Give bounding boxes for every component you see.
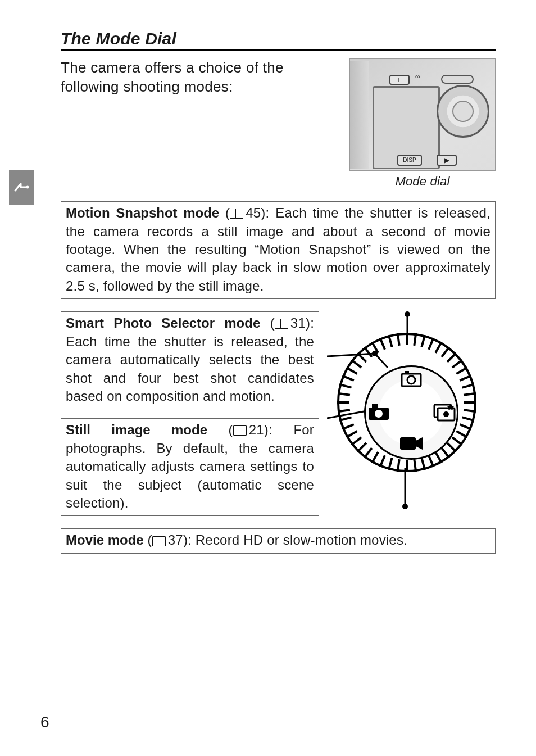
intro-text: The camera offers a choice of the follow… <box>61 58 339 97</box>
still-image-icon <box>367 403 390 422</box>
movie-mode-box: Movie mode (37): Record HD or slow-motio… <box>61 528 496 554</box>
section-title: The Mode Dial <box>61 29 496 51</box>
svg-rect-9 <box>372 404 378 408</box>
disp-button-icon: DISP <box>397 155 422 166</box>
still-page: 21 <box>249 421 264 439</box>
movie-page: 37 <box>168 531 183 549</box>
book-icon <box>233 425 247 434</box>
camera-top-thumbnail: F ∞ DISP ▶ <box>349 58 496 171</box>
side-tab-icon <box>9 170 34 205</box>
smart-photo-box: Smart Photo Selector mode (31): Each tim… <box>61 311 319 409</box>
movie-open: ( <box>148 533 152 548</box>
svg-point-0 <box>26 186 29 189</box>
book-icon <box>152 536 166 545</box>
movie-mode-icon <box>398 434 424 454</box>
f-button-icon: F <box>389 75 410 85</box>
smart-head: Smart Photo Selector mode <box>66 315 260 331</box>
movie-body: ): Record HD or slow-motion movies. <box>183 533 407 548</box>
smart-open: ( <box>270 315 275 331</box>
svg-point-6 <box>443 411 449 417</box>
dial-inner <box>364 365 458 460</box>
mode-dial-cap <box>452 101 474 122</box>
mode-dial-figure <box>327 311 496 514</box>
smart-page: 31 <box>290 314 306 332</box>
page-number: 6 <box>40 713 49 731</box>
motion-snapshot-icon <box>400 370 423 390</box>
motion-snapshot-box: Motion Snapshot mode (45): Each time the… <box>61 201 496 299</box>
book-icon <box>230 209 243 218</box>
movie-head: Movie mode <box>66 533 144 548</box>
book-icon <box>275 319 288 328</box>
still-image-box: Still image mode (21): For photographs. … <box>61 418 319 516</box>
still-head: Still image mode <box>66 422 207 437</box>
svg-rect-2 <box>405 371 409 374</box>
motion-page: 45 <box>246 204 261 222</box>
link-icon: ∞ <box>415 73 420 80</box>
play-button-icon: ▶ <box>437 155 457 166</box>
motion-head: Motion Snapshot mode <box>66 205 219 220</box>
svg-rect-7 <box>400 437 416 450</box>
motion-open: ( <box>225 205 230 220</box>
camera-top-figure: F ∞ DISP ▶ Mode dial <box>349 58 496 189</box>
still-open: ( <box>229 422 233 437</box>
thumbnail-caption: Mode dial <box>349 174 496 189</box>
svg-point-10 <box>375 410 383 418</box>
grip <box>350 61 369 169</box>
svg-point-3 <box>407 376 415 384</box>
smart-photo-icon <box>432 402 456 423</box>
shutter-bar <box>441 75 474 84</box>
